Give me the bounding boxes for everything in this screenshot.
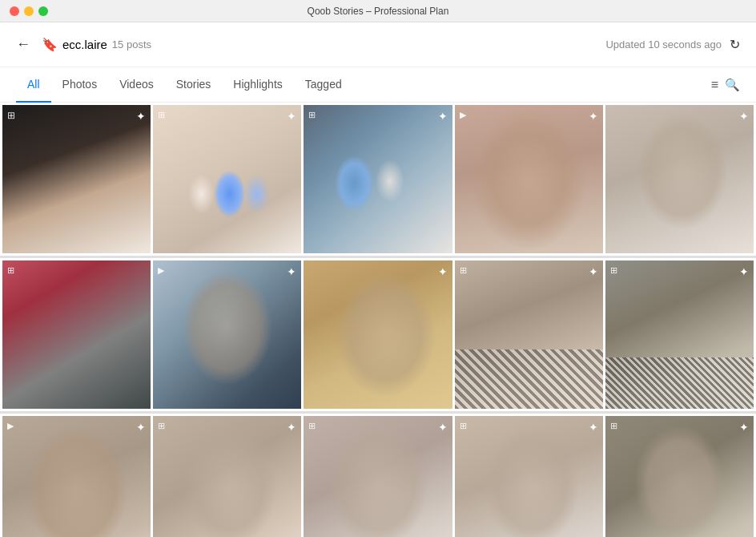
refresh-button[interactable]: ↻ <box>730 37 740 52</box>
layers-icon: ⊞ <box>460 265 467 276</box>
grid-item[interactable]: ▶ ✦ <box>455 105 603 253</box>
tab-photos[interactable]: Photos <box>51 67 109 103</box>
grid-item[interactable]: ⊞ ✦ <box>455 260 603 409</box>
updated-text: Updated 10 seconds ago <box>605 38 722 50</box>
layers-icon: ⊞ <box>308 110 316 120</box>
star-icon: ✦ <box>136 110 146 123</box>
layers-icon: ⊞ <box>7 110 15 121</box>
close-button[interactable] <box>10 6 19 16</box>
header-left: ← 🔖 ecc.laire 15 posts <box>16 36 151 53</box>
grid-item[interactable]: ▶ ✦ <box>153 260 301 409</box>
profile-info: 🔖 ecc.laire 15 posts <box>42 37 151 52</box>
grid-item[interactable]: ⊞ ✦ <box>153 416 301 537</box>
grid-item[interactable]: ⊞ ✦ <box>304 105 452 253</box>
posts-count: 15 posts <box>112 38 151 50</box>
layers-icon: ⊞ <box>7 265 14 276</box>
minimize-button[interactable] <box>24 6 34 16</box>
grid-row-3: ▶ ✦ ⊞ ✦ ⊞ ✦ ⊞ ✦ ⊞ ✦ <box>0 414 756 537</box>
tab-stories[interactable]: Stories <box>165 67 223 103</box>
star-icon: ✦ <box>287 110 296 123</box>
title-bar: Qoob Stories – Professional Plan <box>0 0 756 22</box>
grid-row-1: ⊞ ✦ ⊞ ✦ ⊞ ✦ ▶ ✦ ✦ <box>0 103 756 256</box>
grid-item[interactable]: ⊞ ✦ <box>455 416 603 537</box>
tabs-actions: ≡ 🔍 <box>711 78 740 92</box>
grid-item[interactable]: ⊞ ✦ <box>605 416 754 537</box>
list-view-icon[interactable]: ≡ <box>711 78 718 92</box>
grid-item[interactable]: ⊞ ✦ <box>2 105 151 253</box>
media-grid: ⊞ ✦ ⊞ ✦ ⊞ ✦ ▶ ✦ ✦ ⊞ <box>0 103 756 537</box>
profile-name[interactable]: ecc.laire <box>62 38 107 51</box>
back-button[interactable]: ← <box>16 36 30 53</box>
maximize-button[interactable] <box>38 6 48 16</box>
grid-item[interactable]: ✦ <box>304 260 452 409</box>
header-right: Updated 10 seconds ago ↻ <box>605 37 740 52</box>
grid-item[interactable]: ⊞ <box>2 260 151 409</box>
tab-tagged[interactable]: Tagged <box>294 67 353 103</box>
layers-icon: ⊞ <box>610 265 617 276</box>
tab-highlights[interactable]: Highlights <box>222 67 293 103</box>
header: ← 🔖 ecc.laire 15 posts Updated 10 second… <box>0 22 756 67</box>
grid-item[interactable]: ⊞ ✦ <box>605 260 754 409</box>
star-icon: ✦ <box>739 265 749 278</box>
tabs-left: All Photos Videos Stories Highlights Tag… <box>16 67 353 102</box>
grid-item[interactable]: ⊞ ✦ <box>153 105 301 253</box>
window-title: Qoob Stories – Professional Plan <box>308 6 449 17</box>
tab-all[interactable]: All <box>16 67 51 103</box>
grid-row-2: ⊞ ▶ ✦ ✦ ⊞ ✦ ⊞ ✦ <box>0 258 756 411</box>
grid-item[interactable]: ▶ ✦ <box>2 416 151 537</box>
layers-icon: ⊞ <box>158 110 165 120</box>
star-icon: ✦ <box>438 110 448 123</box>
tabs-bar: All Photos Videos Stories Highlights Tag… <box>0 67 756 103</box>
tab-videos[interactable]: Videos <box>108 67 165 103</box>
window-controls <box>10 6 48 16</box>
grid-item[interactable]: ✦ <box>605 105 754 253</box>
star-icon: ✦ <box>589 265 598 278</box>
grid-item[interactable]: ⊞ ✦ <box>304 416 452 537</box>
search-icon[interactable]: 🔍 <box>725 78 740 92</box>
bookmark-icon: 🔖 <box>42 37 58 52</box>
